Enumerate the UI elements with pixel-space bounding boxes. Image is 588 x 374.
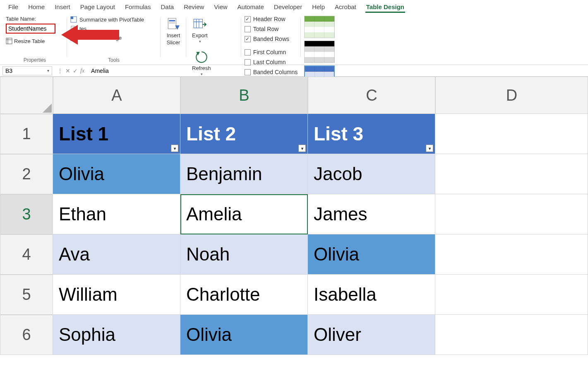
cell-d2[interactable] [435,154,588,194]
cell-b6[interactable]: Olivia [180,315,308,355]
svg-rect-10 [194,19,202,28]
table-name-input[interactable] [6,24,55,34]
more-icon[interactable]: ⋮ [57,68,63,74]
cell-a4[interactable]: Ava [53,234,180,275]
ribbon-group-properties: Table Name: Resize Table Properties [2,16,67,65]
cell-b4[interactable]: Noah [180,234,308,275]
cell-d5[interactable] [435,275,588,315]
slicer-label-2: Slicer [167,39,180,46]
cancel-icon[interactable]: ✕ [65,68,70,74]
filter-icon[interactable]: ▾ [298,145,306,152]
menu-help[interactable]: Help [307,2,330,12]
cell-b1[interactable]: List 2▾ [180,114,308,154]
refresh-caret-icon: ▾ [201,72,203,76]
name-box-value: B3 [5,68,12,74]
cell-a2[interactable]: Olivia [53,154,180,194]
cell-d3[interactable] [435,194,588,234]
cell-b5[interactable]: Charlotte [180,275,308,315]
ribbon-group-options: ✓Header Row Total Row ✓Banded Rows First… [241,16,301,65]
row-header-1[interactable]: 1 [0,114,53,154]
cell-c4[interactable]: Olivia [308,234,435,275]
remove-dupes-icon [70,25,77,32]
col-header-b[interactable]: B [180,77,308,114]
convert-range-button[interactable]: Convert to Range [70,34,122,41]
export-button[interactable]: Export ▾ [190,16,210,45]
table-name-label: Table Name: [6,16,36,22]
menu-developer[interactable]: Developer [269,2,307,12]
menu-table-design[interactable]: Table Design [361,2,409,12]
menu-insert[interactable]: Insert [50,2,75,12]
checkbox-icon: ✓ [245,36,251,42]
group-label-slicer [164,56,183,65]
name-box-caret-icon: ▾ [47,68,49,73]
cell-b2[interactable]: Benjamin [180,154,308,194]
resize-table-icon [6,38,12,44]
cell-b3[interactable]: Amelia [180,194,308,234]
svg-rect-8 [169,22,175,24]
ribbon-group-tools: Summarize with PivotTable tes Convert to… [67,16,161,65]
group-label-tools: Tools [70,56,157,65]
checkbox-icon [245,26,251,32]
refresh-button[interactable]: Refresh ▾ [190,48,214,78]
convert-range-label: Convert to Range [79,35,122,41]
cell-c1[interactable]: List 3▾ [308,114,435,154]
spreadsheet-grid: A B C D 1 List 1▾ List 2▾ List 3▾ 2 Oliv… [0,77,588,355]
table-style-2[interactable] [304,41,335,63]
filter-icon[interactable]: ▾ [426,145,433,152]
name-box[interactable]: B3 ▾ [2,66,52,75]
cell-a6[interactable]: Sophia [53,315,180,355]
col-header-d[interactable]: D [435,77,588,114]
export-caret-icon: ▾ [199,39,201,43]
formula-input[interactable]: Amelia [87,68,588,74]
last-col-label: Last Column [253,59,286,65]
resize-table-label: Resize Table [14,38,45,44]
remove-duplicates-button[interactable]: tes [70,25,86,32]
cell-a5[interactable]: William [53,275,180,315]
first-col-checkbox[interactable]: First Column [245,49,298,55]
menu-automate[interactable]: Automate [233,2,269,12]
group-label-properties: Properties [6,56,64,65]
filter-icon[interactable]: ▾ [171,145,178,152]
col-header-c[interactable]: C [308,77,435,114]
enter-icon[interactable]: ✓ [73,68,78,74]
cell-c2[interactable]: Jacob [308,154,435,194]
fx-icon[interactable]: fx [80,68,84,74]
first-col-label: First Column [253,49,286,55]
cell-c3[interactable]: James [308,194,435,234]
summarize-pivot-button[interactable]: Summarize with PivotTable [70,16,144,23]
slicer-label-1: Insert [167,32,180,39]
banded-rows-checkbox[interactable]: ✓Banded Rows [245,36,289,42]
menu-home[interactable]: Home [23,2,50,12]
cell-c5[interactable]: Isabella [308,275,435,315]
menu-view[interactable]: View [209,2,232,12]
resize-table-button[interactable]: Resize Table [6,38,45,44]
banded-cols-checkbox[interactable]: Banded Columns [245,69,298,75]
cell-a3[interactable]: Ethan [53,194,180,234]
cell-c6[interactable]: Oliver [308,315,435,355]
insert-slicer-button[interactable]: Insert Slicer [164,16,183,47]
row-header-3[interactable]: 3 [0,194,53,234]
menu-page-layout[interactable]: Page Layout [75,2,120,12]
row-header-4[interactable]: 4 [0,234,53,275]
row-header-2[interactable]: 2 [0,154,53,194]
total-row-checkbox[interactable]: Total Row [245,26,289,32]
menu-acrobat[interactable]: Acrobat [330,2,361,12]
col-header-a[interactable]: A [53,77,180,114]
row-header-6[interactable]: 6 [0,315,53,355]
convert-range-icon [70,34,77,41]
table-style-1[interactable] [304,16,335,38]
banded-cols-label: Banded Columns [253,69,298,75]
menu-file[interactable]: File [3,2,23,12]
row-header-5[interactable]: 5 [0,275,53,315]
last-col-checkbox[interactable]: Last Column [245,59,298,65]
menu-formulas[interactable]: Formulas [120,2,156,12]
menu-data[interactable]: Data [156,2,179,12]
cell-d6[interactable] [435,315,588,355]
ribbon: Table Name: Resize Table Properties Summ… [0,13,588,65]
header-row-checkbox[interactable]: ✓Header Row [245,16,289,22]
cell-d4[interactable] [435,234,588,275]
select-all-corner[interactable] [0,77,53,114]
cell-a1[interactable]: List 1▾ [53,114,180,154]
menu-review[interactable]: Review [179,2,209,12]
cell-d1[interactable] [435,114,588,154]
